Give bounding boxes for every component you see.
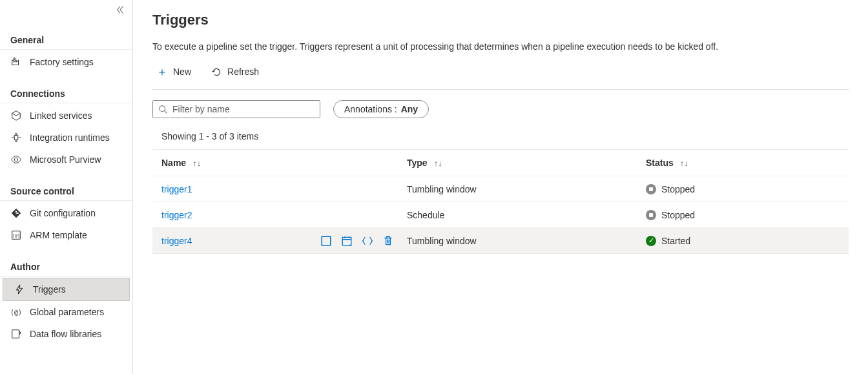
sidebar-item-label: Data flow libraries [30, 329, 101, 339]
new-button[interactable]: ＋ New [152, 63, 195, 80]
toolbar: ＋ New Refresh [152, 63, 849, 90]
annotations-value: Any [401, 104, 418, 114]
svg-rect-5 [12, 330, 19, 338]
table-row[interactable]: trigger2 Schedule Stopped [152, 202, 849, 228]
sidebar-item-triggers[interactable]: Triggers [3, 278, 130, 301]
plus-icon: ＋ [156, 66, 168, 78]
status-started-icon: ✓ [646, 236, 656, 246]
sidebar-item-data-flow-libraries[interactable]: Data flow libraries [0, 323, 132, 345]
refresh-button-label: Refresh [227, 67, 259, 77]
page-title: Triggers [152, 12, 849, 28]
sidebar-item-arm-template[interactable]: [@] ARM template [0, 224, 132, 246]
sort-icon: ↑↓ [680, 158, 688, 168]
sidebar-item-label: Global parameters [30, 307, 104, 317]
trigger-type: Schedule [407, 203, 646, 227]
arm-template-icon: [@] [10, 229, 22, 241]
column-header-type[interactable]: Type ↑↓ [407, 150, 646, 176]
sidebar-item-label: Linked services [30, 110, 92, 121]
code-icon[interactable] [362, 235, 373, 247]
row-actions [320, 235, 394, 247]
sidebar-item-integration-runtimes[interactable]: Integration runtimes [0, 127, 132, 149]
git-icon [10, 207, 22, 219]
global-parameters-icon: (@) [10, 306, 22, 318]
trigger-status: Stopped [661, 210, 695, 220]
filter-name-input[interactable] [172, 104, 315, 114]
table-header: Name ↑↓ Type ↑↓ Status ↑↓ [152, 149, 849, 176]
trigger-name-link[interactable]: trigger1 [161, 184, 192, 194]
calendar-icon[interactable] [341, 235, 353, 247]
svg-point-0 [16, 211, 17, 212]
delete-icon[interactable] [382, 235, 394, 247]
trigger-name-link[interactable]: trigger2 [161, 210, 192, 220]
status-stopped-icon [646, 210, 656, 220]
sidebar-item-global-parameters[interactable]: (@) Global parameters [0, 301, 132, 323]
table-row[interactable]: trigger1 Tumbling window Stopped [152, 176, 849, 202]
search-icon [158, 105, 167, 114]
sort-icon: ↑↓ [192, 158, 201, 168]
stop-icon[interactable] [320, 235, 332, 247]
new-button-label: New [173, 67, 191, 77]
factory-settings-icon [10, 56, 22, 68]
column-header-name[interactable]: Name ↑↓ [161, 150, 407, 176]
linked-services-icon [10, 110, 22, 121]
triggers-table: Name ↑↓ Type ↑↓ Status ↑↓ trigger1 Tumbl… [152, 149, 849, 254]
sidebar-item-factory-settings[interactable]: Factory settings [0, 51, 132, 73]
trigger-type: Tumbling window [407, 178, 646, 201]
sidebar: General Factory settings Connections Lin… [0, 0, 133, 374]
svg-point-1 [17, 213, 19, 214]
sidebar-item-label: ARM template [30, 230, 87, 240]
sidebar-item-label: Triggers [33, 284, 66, 295]
svg-text:(@): (@) [10, 309, 22, 316]
purview-icon [10, 154, 22, 165]
trigger-name-link[interactable]: trigger4 [161, 236, 192, 246]
status-stopped-icon [646, 184, 656, 194]
sidebar-item-label: Factory settings [30, 57, 94, 67]
sidebar-item-label: Git configuration [30, 208, 96, 218]
filter-search-box[interactable] [152, 100, 320, 118]
sidebar-item-microsoft-purview[interactable]: Microsoft Purview [0, 149, 132, 171]
collapse-sidebar-icon[interactable] [116, 5, 125, 16]
trigger-icon [14, 284, 25, 295]
results-count: Showing 1 - 3 of 3 items [152, 131, 849, 149]
trigger-type: Tumbling window [407, 229, 646, 253]
page-description: To execute a pipeline set the trigger. T… [152, 41, 849, 52]
filter-row: Annotations : Any [152, 100, 849, 118]
sidebar-item-label: Integration runtimes [30, 132, 110, 143]
integration-runtimes-icon [10, 132, 22, 143]
annotations-filter[interactable]: Annotations : Any [333, 100, 429, 118]
section-header-connections: Connections [0, 82, 132, 103]
trigger-status: Stopped [661, 184, 695, 194]
sort-icon: ↑↓ [434, 158, 442, 168]
section-header-source-control: Source control [0, 180, 132, 201]
svg-point-6 [160, 106, 165, 112]
svg-rect-8 [342, 237, 351, 245]
main-content: Triggers To execute a pipeline set the t… [133, 0, 868, 374]
data-flow-libraries-icon [10, 328, 22, 340]
annotations-label: Annotations : [344, 104, 397, 114]
sidebar-item-label: Microsoft Purview [30, 154, 101, 165]
column-header-status[interactable]: Status ↑↓ [646, 150, 840, 176]
sidebar-item-linked-services[interactable]: Linked services [0, 105, 132, 127]
refresh-button[interactable]: Refresh [207, 63, 263, 80]
section-header-author: Author [0, 255, 132, 276]
section-header-general: General [0, 28, 132, 50]
sidebar-item-git-configuration[interactable]: Git configuration [0, 202, 132, 224]
svg-text:[@]: [@] [12, 233, 19, 238]
table-row[interactable]: trigger4 Tumbling window [152, 228, 849, 254]
trigger-status: Started [661, 236, 690, 246]
svg-rect-7 [322, 236, 331, 245]
refresh-icon [211, 66, 222, 78]
